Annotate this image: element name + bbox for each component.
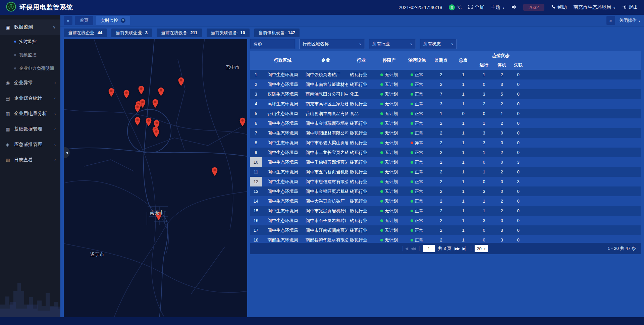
row-index: 6 xyxy=(250,118,262,128)
prev-page-button[interactable]: ◀◀ xyxy=(411,246,415,251)
last-page-button[interactable]: ▶▏ xyxy=(463,246,467,251)
page-size-select[interactable]: 20 ∨ xyxy=(475,245,488,252)
map-pin-icon[interactable] xyxy=(153,128,160,139)
sidebar-item-5[interactable]: ◈应急减排管理‹ xyxy=(0,137,60,152)
table-row[interactable]: 6阆中生态环境局阆中市金博瑞新型墙材砖瓦行业无计划正常21120 xyxy=(250,118,641,128)
close-tab-icon[interactable]: × xyxy=(121,18,125,23)
map-pin-icon[interactable] xyxy=(123,90,130,100)
table-row[interactable]: 17阆中生态环境局阆中市江南镇阆南页岩砖瓦行业无计划正常21030 xyxy=(250,225,641,235)
announcement-button[interactable] xyxy=(512,5,517,10)
cell-lost: 0 xyxy=(510,235,526,243)
sidebar-subitem[interactable]: 实时监控 xyxy=(0,35,60,48)
next-page-button[interactable]: ▶▶ xyxy=(454,246,459,251)
map-pin-icon[interactable] xyxy=(178,77,184,88)
sidebar-item-3[interactable]: ▥企业用电量分析‹ xyxy=(0,106,60,121)
first-page-button[interactable]: ▏◀ xyxy=(403,246,408,251)
tab-realtime-monitor[interactable]: 实时监控 × xyxy=(96,16,130,25)
cell-stop: 0 xyxy=(493,138,510,148)
row-index: 10 xyxy=(250,157,262,167)
cell-industry: 砖瓦行业 xyxy=(348,196,375,206)
status-dot-icon xyxy=(380,122,383,125)
table-row[interactable]: 10阆中生态环境局阆中千佛镇五郎垭页岩砖瓦行业无计划正常21003 xyxy=(250,157,641,167)
cell-plan: 无计划 xyxy=(375,89,404,99)
cell-plan: 无计划 xyxy=(375,206,404,216)
emergency-icon: ◈ xyxy=(5,142,11,147)
status-dot-icon xyxy=(380,239,383,241)
status-filter-select[interactable]: 所有状态 ∨ xyxy=(420,39,457,49)
industry-filter-select[interactable]: 所有行业 ∨ xyxy=(369,39,416,49)
table-row[interactable]: 1阆中生态环境局阆中强锐页岩砖厂砖瓦行业无计划正常21120 xyxy=(250,70,641,79)
row-index: 8 xyxy=(250,138,262,148)
table-row[interactable]: 7阆中生态环境局阆中明阳建材有限公司砖瓦行业无计划正常21300 xyxy=(250,128,641,138)
table-row[interactable]: 8阆中生态环境局阆中市枣碧大梁山页岩砖瓦行业无计划异常21300 xyxy=(250,138,641,148)
map-pin-icon[interactable] xyxy=(212,167,218,177)
cell-monitor: 2 xyxy=(430,70,452,79)
status-dot-icon xyxy=(411,239,413,241)
cell-lost: 0 xyxy=(510,196,526,206)
table-row[interactable]: 11阆中生态环境局阆中市五马桥页岩机砖砖瓦行业无计划正常21120 xyxy=(250,167,641,177)
sidebar-item-1[interactable]: ◉企业异常‹ xyxy=(0,75,60,91)
cell-plan: 无计划 xyxy=(375,118,404,128)
cell-facility: 正常 xyxy=(404,89,430,99)
map-pin-icon[interactable] xyxy=(239,117,246,128)
tabs-scroll-right-button[interactable]: » xyxy=(606,16,615,25)
help-button[interactable]: 帮助 xyxy=(551,4,567,10)
sidebar-item-6[interactable]: ▧日志查看‹ xyxy=(0,152,60,168)
map-pin-icon[interactable] xyxy=(134,117,141,127)
cell-plan: 无计划 xyxy=(375,109,404,118)
map-pin-icon[interactable] xyxy=(152,99,158,109)
cell-filler xyxy=(526,157,641,167)
cell-region: 阆中生态环境局 xyxy=(262,186,304,196)
table-row[interactable]: 2阆中生态环境局阆中市南方节能建材有砖瓦行业无计划正常21030 xyxy=(250,79,641,89)
status-dot-icon xyxy=(380,83,383,86)
org-dropdown[interactable]: 南充市生态环境局 ∨ xyxy=(574,4,615,10)
cell-industry: 砖瓦行业 xyxy=(348,186,375,196)
cell-monitor: 2 xyxy=(430,128,452,138)
region-filter-select[interactable]: 行政区域名称 ∨ xyxy=(299,39,365,49)
name-filter-input[interactable] xyxy=(250,39,295,49)
map-pin-icon[interactable] xyxy=(158,87,164,98)
table-row[interactable]: 3仪陇生态环境局西南油气田分公司川中化工无计划正常71350 xyxy=(250,89,641,99)
table-row[interactable]: 14阆中生态环境局阆中大兴页岩机砖厂砖瓦行业无计划正常21120 xyxy=(250,196,641,206)
cell-total: 1 xyxy=(452,118,475,128)
table-row[interactable]: 16阆中生态环境局阆中市石子页岩机砖厂砖瓦行业无计划正常21300 xyxy=(250,216,641,225)
page-input[interactable] xyxy=(423,245,435,252)
table-row[interactable]: 12阆中生态环境局阆中市忠信建材有限公砖瓦行业无计划正常21003 xyxy=(250,177,641,186)
cell-plan: 无计划 xyxy=(375,138,404,148)
logout-button[interactable]: 退出 xyxy=(622,4,638,10)
sidebar-subitem[interactable]: 企业电力负荷明细 xyxy=(0,62,60,75)
cell-monitor: 2 xyxy=(430,216,452,225)
cell-stop: 3 xyxy=(493,235,510,243)
sidebar-item-4[interactable]: ▦基础数据管理‹ xyxy=(0,121,60,137)
col-header-total: 总表 xyxy=(452,51,475,70)
cell-run: 0 xyxy=(475,79,493,89)
table-row[interactable]: 4高坪生态环境局南充市高坪区王家店建砖瓦行业无计划正常31220 xyxy=(250,99,641,109)
map-pin-icon[interactable] xyxy=(146,117,152,128)
table-row[interactable]: 5营山生态环境局营山县润丰肉食品有限食品无计划正常10010 xyxy=(250,109,641,118)
cell-lost: 0 xyxy=(510,138,526,148)
fullscreen-button[interactable]: 全屏 xyxy=(468,4,484,10)
close-operations-button[interactable]: 关闭操作 ∨ xyxy=(619,17,641,23)
table-row[interactable]: 18南部生态环境局南部县鸿华建材有限公砖瓦行业无计划正常21030 xyxy=(250,235,641,243)
cell-total: 1 xyxy=(452,167,475,177)
sidebar-subitem[interactable]: 视频监控 xyxy=(0,48,60,62)
sidebar-item-0[interactable]: ▣数据监测∨ xyxy=(0,19,60,35)
table-row[interactable]: 13阆中生态环境局阆中市金福旺页岩机砖砖瓦行业无计划正常21300 xyxy=(250,186,641,196)
tab-home[interactable]: 首页 xyxy=(75,16,93,25)
logout-icon xyxy=(622,5,627,10)
sidebar-item-2[interactable]: ▤企业综合统计‹ xyxy=(0,91,60,106)
cell-monitor: 2 xyxy=(430,148,452,157)
col-header-index xyxy=(250,51,262,70)
table-row[interactable]: 9阆中生态环境局阆中市二龙长宝页岩砖砖瓦行业无计划正常21120 xyxy=(250,148,641,157)
notice-count-badge: 2632 xyxy=(523,4,544,11)
cell-monitor: 3 xyxy=(430,99,452,109)
tabs-scroll-left-button[interactable]: « xyxy=(64,16,72,25)
map-panel[interactable]: 巴中市南充市遂宁市 ◀ xyxy=(64,39,247,317)
map-pin-icon[interactable] xyxy=(134,104,141,114)
theme-dropdown[interactable]: 主题 ∨ xyxy=(491,4,504,10)
map-pin-icon[interactable] xyxy=(138,86,144,96)
map-pin-icon[interactable] xyxy=(108,88,115,98)
cell-company: 阆中千佛镇五郎垭页岩 xyxy=(304,157,348,167)
table-row[interactable]: 15阆中生态环境局阆中市光富页岩机砖厂砖瓦行业无计划正常21120 xyxy=(250,206,641,216)
cell-total: 1 xyxy=(452,138,475,148)
